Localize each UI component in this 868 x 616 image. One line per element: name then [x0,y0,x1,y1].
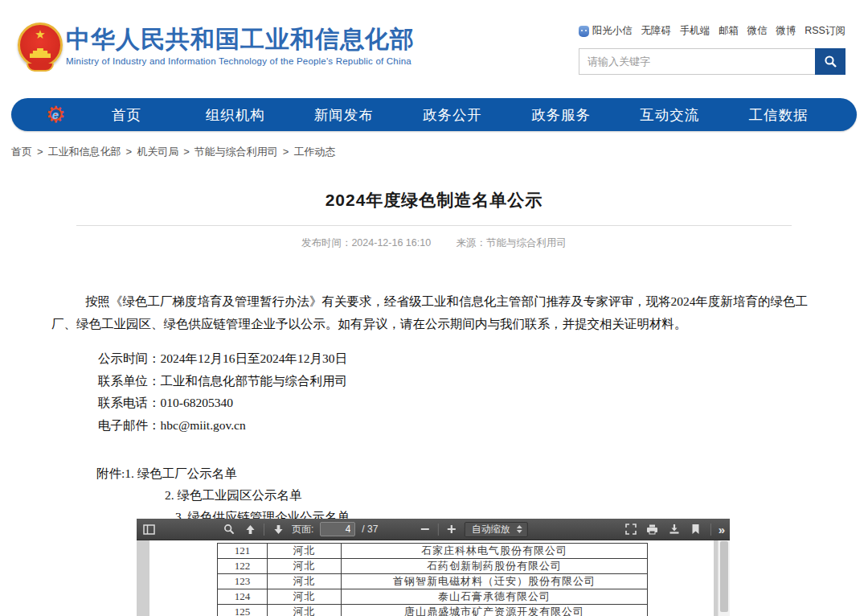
site-subtitle: Ministry of Industry and Information Tec… [66,56,415,66]
breadcrumb-item[interactable]: 首页 [11,146,32,158]
top-link[interactable]: 微博 [776,24,796,38]
attachment-link-1[interactable]: 1. 绿色工厂公示名单 [125,466,237,480]
cell-number: 125 [218,605,268,616]
cell-company: 首钢智新电磁材料（迁安）股份有限公司 [342,574,648,589]
cell-province: 河北 [268,544,342,559]
zoom-scale-select[interactable]: 自动缩放 [465,522,528,537]
search-icon [824,55,837,68]
breadcrumb-separator: > [126,146,133,158]
top-utility-links: 阳光小信无障碍手机端邮箱微信微博RSS订阅 [579,24,845,38]
nav-item[interactable]: 政务服务 [507,105,616,125]
page-total-label: / 37 [362,524,378,535]
print-icon[interactable] [645,522,660,536]
toolbar-more-icon[interactable]: » [719,524,725,536]
search-button[interactable] [815,48,845,75]
title-divider [76,225,792,226]
zoom-in-icon[interactable] [444,522,459,536]
breadcrumb-item[interactable]: 工作动态 [293,146,335,158]
nav-item[interactable]: 政务公开 [398,105,506,125]
cell-province: 河北 [268,605,342,616]
pdf-viewer: 页面: / 37 自动缩放 [137,519,730,616]
contact-line: 联系电话：010-68205340 [98,392,868,414]
nav-item[interactable]: 组织机构 [181,105,289,125]
breadcrumb-separator: > [183,146,190,158]
bookmark-icon[interactable] [689,522,703,536]
breadcrumb: 首页>工业和信息化部>机关司局>节能与综合利用司>工作动态> [11,145,868,159]
breadcrumb-separator: > [37,146,43,158]
top-link[interactable]: 微信 [747,24,768,38]
attachment-link-2[interactable]: 2. 绿色工业园区公示名单 [165,488,302,502]
contact-line: 公示时间：2024年12月16日至2024年12月30日 [98,347,868,370]
pdf-content-area: 121 河北 石家庄科林电气股份有限公司 122 河北 石药创新制药股份有限公司… [137,540,730,616]
breadcrumb-item[interactable]: 机关司局 [137,146,178,158]
emblem-star-icon: ★ [35,28,45,40]
pdf-scrollbar[interactable] [718,540,730,616]
table-row: 125 河北 唐山鼎盛城市矿产资源开发有限公司 [218,605,648,616]
next-page-icon[interactable] [271,522,285,536]
article-source: 来源：节能与综合利用司 [457,237,567,248]
cell-number: 121 [218,544,268,559]
top-link[interactable]: 手机端 [680,24,710,38]
contact-line: 电子邮件：hbc@miit.gov.cn [98,414,868,437]
scrollbar-thumb[interactable] [720,541,728,612]
table-row: 124 河北 泰山石膏承德有限公司 [218,589,648,605]
emblem-gate-icon [30,48,51,58]
site-header: ★ 中华人民共和国工业和信息化部 Ministry of Industry an… [0,0,868,97]
breadcrumb-item[interactable]: 工业和信息化部 [48,146,121,158]
cell-number: 123 [218,574,268,589]
top-link[interactable]: 阳光小信 [592,24,633,38]
cell-province: 河北 [268,589,342,605]
cell-company: 石药创新制药股份有限公司 [342,559,648,574]
emblem-ribbon [27,64,54,72]
nav-items: 首页组织机构新闻发布政务公开政务服务互动交流工信数据 [72,105,833,125]
top-link[interactable]: 无障碍 [641,24,672,38]
top-link[interactable]: 邮箱 [719,24,739,38]
page-title: 2024年度绿色制造名单公示 [0,189,868,211]
page-number-input[interactable] [320,522,355,536]
main-nav: ⚙e 首页组织机构新闻发布政务公开政务服务互动交流工信数据 [11,98,857,131]
breadcrumb-separator: > [283,146,289,158]
article-paragraph: 按照《绿色工厂梯度培育及管理暂行办法》有关要求，经省级工业和信息化主管部门推荐及… [51,290,817,335]
cell-province: 河北 [268,559,342,574]
pdf-toolbar: 页面: / 37 自动缩放 [137,519,730,540]
select-spinner-icon [517,525,522,533]
pdf-page: 121 河北 石家庄科林电气股份有限公司 122 河北 石药创新制药股份有限公司… [149,540,714,616]
sidebar-toggle-icon[interactable] [141,522,156,536]
contact-line: 联系单位：工业和信息化部节能与综合利用司 [98,370,868,392]
cell-company: 泰山石膏承德有限公司 [342,589,648,605]
breadcrumb-item[interactable]: 节能与综合利用司 [194,146,278,158]
presentation-mode-icon[interactable] [624,522,638,536]
cell-company: 唐山鼎盛城市矿产资源开发有限公司 [342,605,648,616]
nav-item[interactable]: 新闻发布 [289,105,398,125]
national-emblem-logo: ★ [18,23,63,68]
table-row: 121 河北 石家庄科林电气股份有限公司 [218,544,648,559]
attachments-label: 附件: [96,466,125,480]
search-input[interactable] [579,48,815,75]
cell-company: 石家庄科林电气股份有限公司 [342,544,648,559]
publish-time: 发布时间：2024-12-16 16:10 [301,237,431,248]
nav-item[interactable]: 首页 [72,105,181,125]
attachments-block: 附件:1. 绿色工厂公示名单 2. 绿色工业园区公示名单 3. 绿色供应链管理企… [96,462,868,528]
find-icon[interactable] [222,522,236,536]
miit-gear-logo-icon: ⚙e [43,103,68,127]
contact-block: 公示时间：2024年12月16日至2024年12月30日联系单位：工业和信息化部… [98,347,868,436]
zoom-out-icon[interactable] [418,522,432,536]
green-factory-table: 121 河北 石家庄科林电气股份有限公司 122 河北 石药创新制药股份有限公司… [217,543,648,616]
nav-item[interactable]: 工信数据 [724,105,833,125]
previous-page-icon[interactable] [243,522,257,536]
download-icon[interactable] [667,522,682,536]
table-row: 123 河北 首钢智新电磁材料（迁安）股份有限公司 [218,574,648,589]
table-row: 122 河北 石药创新制药股份有限公司 [218,559,648,574]
page-number-label: 页面: [292,523,313,536]
cell-number: 124 [218,589,268,605]
site-title: 中华人民共和国工业和信息化部 [66,26,415,54]
article-meta: 发布时间：2024-12-16 16:10 来源：节能与综合利用司 [0,236,868,250]
cell-number: 122 [218,559,268,574]
cell-province: 河北 [268,574,342,589]
zoom-scale-value: 自动缩放 [472,523,510,536]
mascot-icon [579,26,589,37]
nav-item[interactable]: 互动交流 [616,105,724,125]
top-link[interactable]: RSS订阅 [805,24,845,38]
